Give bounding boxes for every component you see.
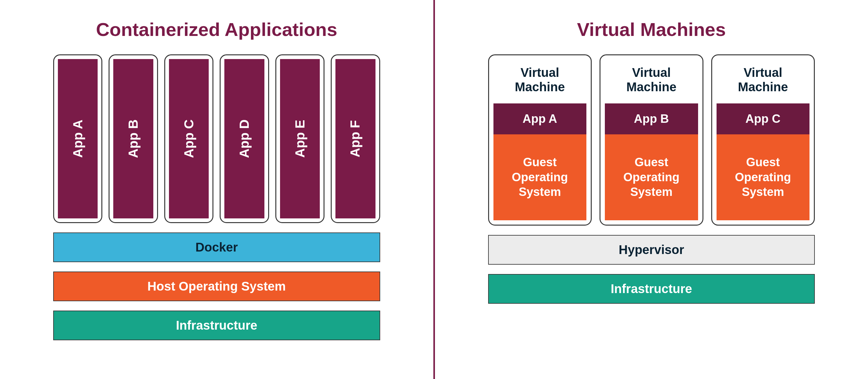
container-app: App E [275,55,324,223]
infrastructure-layer: Infrastructure [53,311,380,340]
container-app-label: App F [348,120,363,158]
container-app-label: App A [70,120,86,158]
hypervisor-layer: Hypervisor [488,235,815,265]
vm-label: VirtualMachine [605,60,698,103]
infrastructure-layer: Infrastructure [488,274,815,304]
container-app: App B [108,55,158,223]
containers-title: Containerized Applications [96,19,337,40]
vm-label: VirtualMachine [717,60,810,103]
container-app: App A [53,55,102,223]
vm-guest-os-layer: GuestOperatingSystem [717,134,810,220]
vm-box: VirtualMachine App A GuestOperatingSyste… [488,55,592,226]
container-app: App D [220,55,269,223]
vm-guest-os-layer: GuestOperatingSystem [605,134,698,220]
vms-row: VirtualMachine App A GuestOperatingSyste… [488,55,815,226]
container-app-inner: App A [58,59,98,218]
container-app: App C [164,55,213,223]
container-app-label: App E [292,120,307,158]
containers-apps-row: App A App B App C App D App E App F [53,55,380,223]
container-app-inner: App E [280,59,320,218]
vms-panel: Virtual Machines VirtualMachine App A Gu… [435,0,868,379]
vm-guest-os-layer: GuestOperatingSystem [493,134,587,220]
container-app-label: App B [126,119,141,158]
vm-app-layer: App C [717,103,810,134]
vm-label: VirtualMachine [493,60,587,103]
vms-stack: VirtualMachine App A GuestOperatingSyste… [488,55,815,304]
container-app-inner: App B [113,59,153,218]
vm-box: VirtualMachine App C GuestOperatingSyste… [711,55,815,226]
vm-box: VirtualMachine App B GuestOperatingSyste… [599,55,704,226]
container-app: App F [331,55,380,223]
container-app-inner: App D [224,59,264,218]
containers-panel: Containerized Applications App A App B A… [0,0,433,379]
containers-stack: App A App B App C App D App E App F Dock… [53,55,380,340]
container-app-label: App D [237,119,252,158]
container-app-inner: App C [169,59,209,218]
vms-title: Virtual Machines [577,19,726,40]
container-app-label: App C [182,119,196,158]
vm-app-layer: App A [493,103,587,134]
vm-app-layer: App B [605,103,698,134]
docker-layer: Docker [53,233,380,262]
container-app-inner: App F [335,59,375,218]
host-os-layer: Host Operating System [53,272,380,301]
